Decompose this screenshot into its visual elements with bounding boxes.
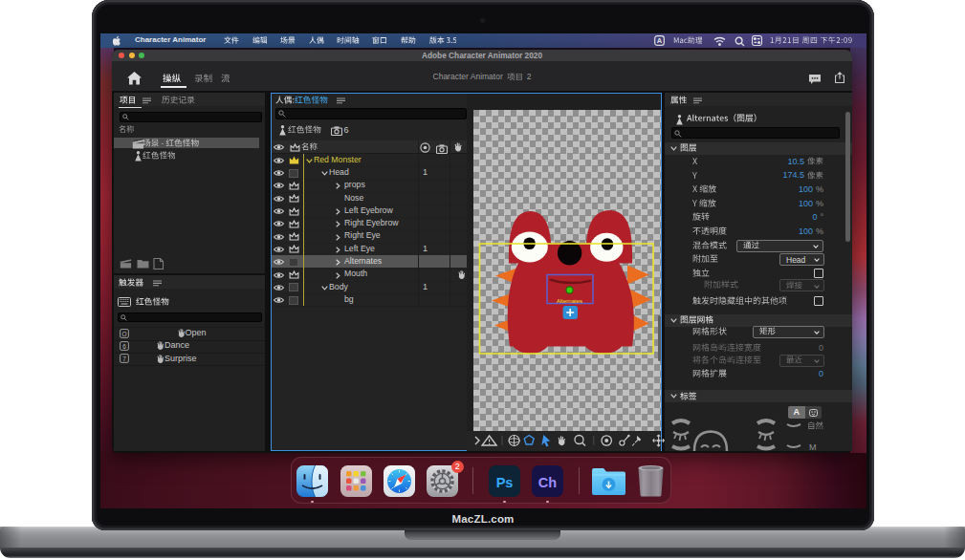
svg-text:O: O — [121, 330, 126, 336]
svg-text:Alternates: Alternates — [557, 297, 582, 303]
svg-text:7: 7 — [122, 355, 126, 362]
svg-text:Ch: Ch — [538, 475, 557, 490]
svg-text:Ps: Ps — [496, 475, 514, 490]
svg-text:6: 6 — [122, 342, 126, 349]
svg-text:A: A — [657, 36, 663, 45]
